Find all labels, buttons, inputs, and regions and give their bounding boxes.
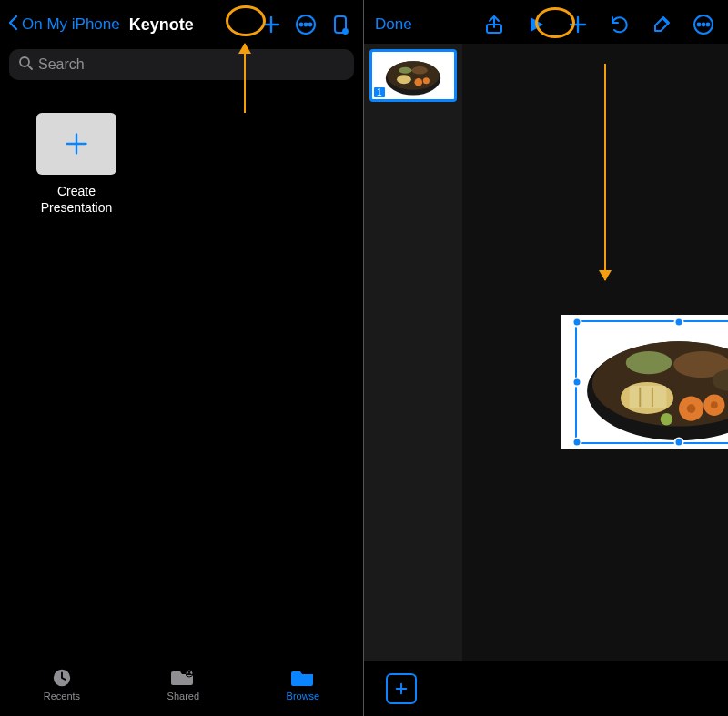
svg-point-26 — [414, 78, 422, 86]
slide-number: 1 — [374, 87, 385, 97]
slide-canvas[interactable] — [462, 44, 728, 661]
current-slide[interactable] — [561, 315, 728, 449]
editor-toolbar: Done — [364, 0, 728, 45]
search-icon — [18, 55, 33, 74]
svg-line-9 — [28, 66, 32, 69]
svg-point-4 — [305, 24, 308, 26]
chevron-left-icon — [7, 15, 20, 35]
resize-handle[interactable] — [572, 318, 582, 328]
documents-grid: Create Presentation — [0, 89, 363, 239]
add-slide-button[interactable] — [386, 673, 417, 704]
folder-icon — [290, 668, 316, 688]
svg-point-29 — [399, 67, 411, 74]
svg-point-7 — [342, 28, 349, 35]
tab-label: Recents — [44, 691, 80, 701]
clock-icon — [49, 668, 75, 688]
editor-body: 1 — [364, 44, 728, 661]
svg-point-43 — [661, 413, 673, 426]
svg-point-28 — [412, 66, 428, 75]
svg-point-5 — [309, 24, 312, 26]
tab-shared[interactable]: Shared — [167, 668, 199, 701]
files-browser-pane: On My iPhone Keynote Search — [0, 0, 364, 716]
svg-point-27 — [423, 77, 430, 84]
insert-button[interactable] — [562, 9, 593, 40]
svg-point-14 — [188, 671, 191, 673]
slide-navigator: 1 — [364, 44, 462, 661]
food-image-thumb — [380, 55, 446, 96]
svg-point-38 — [687, 404, 696, 413]
left-header: On My iPhone Keynote — [0, 0, 363, 45]
editor-more-button[interactable] — [688, 9, 719, 40]
app-title: Keynote — [129, 15, 194, 35]
tab-recents[interactable]: Recents — [44, 668, 80, 701]
svg-point-21 — [703, 24, 705, 26]
svg-point-3 — [300, 24, 303, 26]
done-button[interactable]: Done — [375, 15, 412, 34]
keynote-editor-pane: Done — [364, 0, 728, 716]
bottom-tab-bar: Recents Shared Browse — [0, 656, 363, 716]
view-options-button[interactable] — [325, 9, 356, 40]
svg-point-39 — [711, 401, 718, 408]
svg-point-22 — [707, 24, 710, 26]
search-placeholder: Search — [38, 56, 85, 73]
resize-handle[interactable] — [674, 438, 684, 448]
create-presentation-tile[interactable]: Create Presentation — [13, 113, 140, 216]
svg-marker-16 — [531, 17, 543, 32]
slide-thumb-1[interactable]: 1 — [369, 49, 457, 102]
resize-handle[interactable] — [572, 378, 582, 388]
create-thumb — [36, 113, 116, 175]
svg-point-41 — [626, 351, 672, 374]
svg-point-20 — [698, 24, 701, 26]
tab-label: Shared — [167, 691, 199, 701]
svg-rect-33 — [630, 386, 667, 408]
search-input[interactable]: Search — [9, 49, 354, 80]
more-menu-button[interactable] — [290, 9, 321, 40]
resize-handle[interactable] — [674, 318, 684, 328]
svg-point-24 — [387, 61, 440, 90]
resize-handle[interactable] — [572, 438, 582, 448]
shared-folder-icon — [170, 668, 196, 688]
create-label: Create Presentation — [13, 184, 140, 216]
food-image[interactable] — [577, 322, 728, 442]
tab-label: Browse — [287, 691, 320, 701]
share-button[interactable] — [479, 9, 510, 40]
search-container: Search — [0, 45, 363, 89]
undo-button[interactable] — [604, 9, 635, 40]
new-document-button[interactable] — [256, 9, 287, 40]
play-button[interactable] — [521, 9, 551, 40]
format-brush-button[interactable] — [646, 9, 677, 40]
tab-browse[interactable]: Browse — [287, 668, 320, 701]
editor-bottom-bar — [364, 661, 728, 716]
back-button[interactable]: On My iPhone — [7, 15, 120, 35]
back-label: On My iPhone — [22, 15, 120, 34]
svg-point-25 — [397, 75, 411, 84]
image-selection[interactable] — [575, 320, 728, 444]
